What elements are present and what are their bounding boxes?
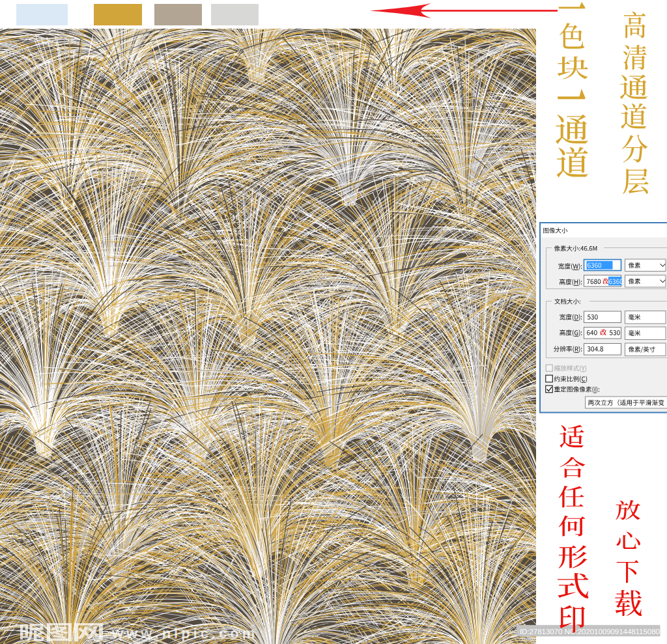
- svg-text:www.nipic.com: www.nipic.com: [111, 625, 258, 641]
- svg-text:ID:27813070 NO:202010090914481: ID:27813070 NO:20201009091448115080: [520, 627, 660, 636]
